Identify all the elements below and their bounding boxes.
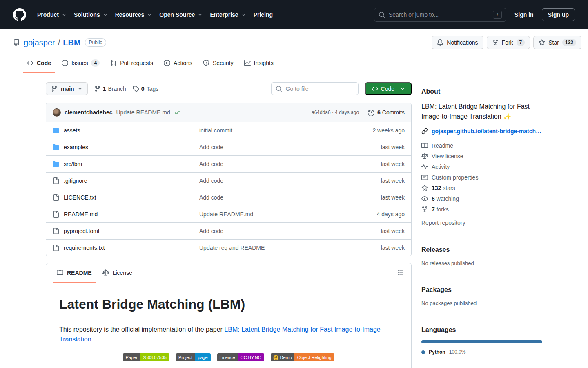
notifications-button[interactable]: Notifications: [432, 36, 483, 49]
file-commit-message[interactable]: initial commit: [199, 127, 372, 134]
readme-content: Latent Bridge Matching (LBM) This reposi…: [46, 282, 411, 368]
tab-pull-requests[interactable]: Pull requests: [106, 53, 157, 73]
file-commit-date: last week: [381, 161, 405, 167]
file-commit-message[interactable]: Add code: [199, 177, 381, 184]
language-python[interactable]: Python 100.0%: [421, 349, 542, 355]
commit-author-link[interactable]: clementchadebec: [65, 109, 113, 116]
watching-stat[interactable]: 6 watching: [421, 193, 542, 204]
code-dropdown-button[interactable]: Code: [365, 82, 412, 95]
file-link[interactable]: src/lbm: [53, 161, 199, 167]
file-name-label: assets: [64, 127, 80, 134]
sidebar-item-custom-properties[interactable]: Custom properties: [421, 172, 542, 183]
stars-stat[interactable]: 132 stars: [421, 183, 542, 193]
file-link[interactable]: .gitignore: [53, 177, 199, 184]
sidebar-item-activity[interactable]: Activity: [421, 162, 542, 172]
commit-message-link[interactable]: Update README.md: [116, 109, 170, 116]
website-link[interactable]: gojasper.github.io/latent-bridge-match…: [432, 128, 541, 135]
file-commit-message[interactable]: Add code: [199, 228, 381, 234]
nav-item-enterprise[interactable]: Enterprise: [206, 8, 249, 21]
nav-item-resources[interactable]: Resources: [111, 8, 156, 21]
file-link[interactable]: pyproject.toml: [53, 228, 199, 234]
file-name-label: .gitignore: [64, 177, 87, 184]
file-commit-message[interactable]: Add code: [199, 144, 381, 150]
search-icon: [276, 85, 282, 92]
repo-name-link[interactable]: LBM: [63, 38, 80, 47]
tab-issues[interactable]: Issues 4: [58, 53, 104, 73]
nav-item-product[interactable]: Product: [33, 8, 70, 21]
github-logo-icon[interactable]: [13, 8, 26, 21]
chevron-down-icon: [400, 86, 405, 91]
branch-selector-button[interactable]: main: [46, 82, 88, 95]
tab-license[interactable]: License: [98, 263, 136, 282]
file-commit-date: last week: [381, 144, 405, 150]
tab-label: Issues: [71, 60, 88, 66]
tab-security[interactable]: Security: [199, 53, 238, 73]
file-name-label: src/lbm: [64, 161, 82, 167]
file-link[interactable]: assets: [53, 127, 199, 134]
branches-link[interactable]: 1 Branch: [94, 85, 126, 92]
tab-label: Pull requests: [120, 60, 153, 66]
readme-intro-end: .: [91, 336, 93, 343]
table-row: requirements.txt Update req and README l…: [46, 239, 411, 256]
outline-button[interactable]: [394, 266, 407, 279]
check-icon[interactable]: [174, 109, 180, 116]
file-link[interactable]: examples: [53, 144, 199, 150]
fork-icon: [492, 39, 499, 46]
stat-text: 132 stars: [432, 185, 455, 191]
main-nav: Product Solutions Resources Open Source …: [33, 8, 276, 21]
file-link[interactable]: LICENCE.txt: [53, 194, 199, 201]
global-search-input[interactable]: Search or jump to... /: [374, 8, 506, 22]
file-link[interactable]: requirements.txt: [53, 245, 199, 251]
paper-badge[interactable]: Paper 2503.07535: [123, 353, 169, 361]
file-commit-message[interactable]: Update req and README: [199, 245, 381, 251]
nav-item-pricing[interactable]: Pricing: [250, 8, 276, 21]
sign-in-link[interactable]: Sign in: [510, 9, 538, 20]
avatar[interactable]: [53, 108, 61, 117]
nav-item-solutions[interactable]: Solutions: [70, 8, 111, 21]
demo-badge[interactable]: 🤗 Demo Object Relighting: [271, 353, 334, 361]
nav-item-open-source[interactable]: Open Source: [156, 8, 206, 21]
code-button-caret[interactable]: [398, 86, 409, 91]
chevron-down-icon: [78, 86, 82, 91]
star-button[interactable]: Star 132: [533, 36, 581, 49]
tab-actions[interactable]: Actions: [160, 53, 196, 73]
go-to-file-input[interactable]: Go to file: [271, 82, 359, 95]
tab-code[interactable]: Code: [23, 53, 55, 73]
stat-label: forks: [437, 206, 449, 213]
eye-icon: [421, 195, 428, 202]
fork-count-badge[interactable]: 7: [517, 39, 525, 46]
table-row: .gitignore Add code last week: [46, 172, 411, 189]
language-bar[interactable]: [421, 340, 542, 343]
repo-owner-link[interactable]: gojasper: [24, 38, 55, 47]
file-commit-date: last week: [381, 228, 405, 234]
nav-label: Solutions: [74, 11, 100, 18]
licence-badge[interactable]: Licence CC.BY.NC: [217, 353, 264, 361]
forks-stat[interactable]: 7 forks: [421, 204, 542, 215]
project-page-badge[interactable]: Project page: [176, 353, 211, 361]
file-link[interactable]: README.md: [53, 211, 199, 218]
fork-icon: [421, 206, 428, 213]
tag-icon: [133, 85, 139, 92]
badge-separator: [213, 361, 215, 361]
file-commit-message[interactable]: Add code: [199, 194, 381, 201]
sidebar-item-license[interactable]: View license: [421, 151, 542, 162]
repo-title-row: gojasper / LBM Public Notifications Fork…: [13, 36, 581, 49]
folder-icon: [53, 161, 59, 167]
file-commit-message[interactable]: Add code: [199, 161, 381, 167]
readme-tabbar: README License: [46, 263, 411, 282]
sidebar-item-readme[interactable]: Readme: [421, 140, 542, 151]
tags-link[interactable]: 0 Tags: [133, 85, 158, 92]
file-name-label: LICENCE.txt: [64, 194, 96, 201]
website-row: gojasper.github.io/latent-bridge-match…: [421, 128, 542, 135]
commit-history-link[interactable]: 6 Commits: [368, 109, 405, 116]
tab-insights[interactable]: Insights: [240, 53, 278, 73]
fork-button[interactable]: Fork 7: [487, 36, 530, 49]
commit-sha-and-date[interactable]: a64dda6 · 4 days ago: [312, 110, 359, 115]
chevron-down-icon: [147, 12, 152, 17]
report-repository-link[interactable]: Report repository: [421, 220, 542, 226]
code-button-main: Code: [368, 85, 398, 92]
star-count-badge[interactable]: 132: [562, 39, 576, 46]
sign-up-button[interactable]: Sign up: [542, 8, 575, 21]
file-commit-message[interactable]: Update README.md: [199, 211, 377, 218]
tab-readme[interactable]: README: [53, 263, 96, 282]
